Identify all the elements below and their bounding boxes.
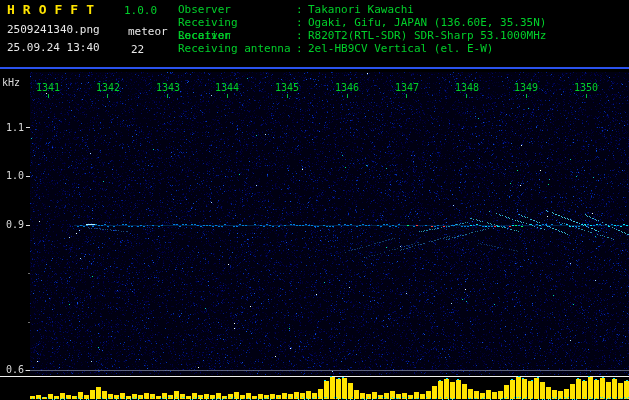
info-colon: :	[296, 29, 308, 42]
info-row-location: Receiving Location : Ogaki, Gifu, JAPAN …	[178, 16, 546, 29]
version-label: 1.0.0	[124, 5, 157, 17]
time-tick-label: 1342	[96, 82, 120, 93]
info-row-antenna: Receiving antenna : 2el-HB9CV Vertical (…	[178, 42, 546, 55]
time-tick-label: 1343	[156, 82, 180, 93]
mode-label: meteor	[128, 26, 168, 38]
time-tick-label: 1346	[335, 82, 359, 93]
app-title: HROFFT	[7, 3, 102, 17]
station-info: Observer : Takanori Kawachi Receiving Lo…	[178, 3, 546, 55]
time-tick-label: 1348	[455, 82, 479, 93]
time-tick-label: 1350	[574, 82, 598, 93]
info-label: Receiver	[178, 29, 296, 42]
time-tick-label: 1345	[275, 82, 299, 93]
time-tick-label: 1344	[215, 82, 239, 93]
info-colon: :	[296, 16, 308, 29]
filename-label: 2509241340.png	[7, 24, 100, 36]
spectrogram-canvas	[0, 0, 629, 400]
hrofft-output-window: HROFFT 1.0.0 2509241340.png meteor 25.09…	[0, 0, 629, 400]
freq-tick-label: 1.0	[6, 170, 24, 181]
info-value: 2el-HB9CV Vertical (el. E-W)	[308, 42, 493, 55]
datetime-label: 25.09.24 13:40	[7, 42, 100, 54]
echo-count-label: 22	[131, 44, 144, 56]
time-tick-label: 1349	[514, 82, 538, 93]
info-value: R820T2(RTL-SDR) SDR-Sharp 53.1000MHz	[308, 29, 546, 42]
info-colon: :	[296, 42, 308, 55]
freq-tick-label: 0.9	[6, 219, 24, 230]
info-colon: :	[296, 3, 308, 16]
info-value: Ogaki, Gifu, JAPAN (136.60E, 35.35N)	[308, 16, 546, 29]
info-value: Takanori Kawachi	[308, 3, 414, 16]
freq-tick-label: 1.1	[6, 122, 24, 133]
info-label: Receiving antenna	[178, 42, 296, 55]
info-label: Receiving Location	[178, 16, 296, 29]
info-row-observer: Observer : Takanori Kawachi	[178, 3, 546, 16]
freq-axis-unit: kHz	[2, 77, 20, 88]
freq-tick-label: 0.6	[6, 364, 24, 375]
time-tick-label: 1341	[36, 82, 60, 93]
info-row-receiver: Receiver : R820T2(RTL-SDR) SDR-Sharp 53.…	[178, 29, 546, 42]
info-label: Observer	[178, 3, 296, 16]
time-tick-label: 1347	[395, 82, 419, 93]
